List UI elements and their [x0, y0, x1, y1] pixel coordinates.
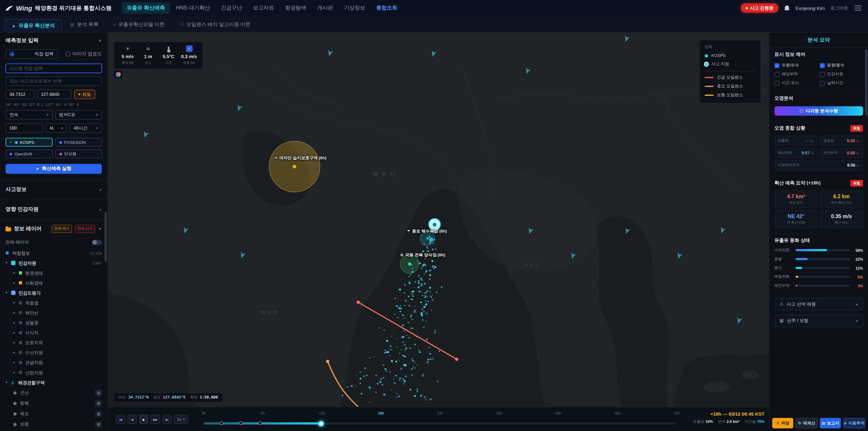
display-option-6[interactable]: 날짜시간 [820, 80, 863, 86]
region-map-button[interactable]: ▦ [95, 410, 102, 417]
region-map-button[interactable]: ▦ [95, 421, 102, 427]
display-option-2[interactable]: ✓풍향/풍속 [820, 63, 863, 68]
map-canvas[interactable]: 여수시 화양면 우두리 ♒ 여자만 습지보호구역 (6h) ☂ 종포 해수욕장 … [108, 33, 769, 407]
tab-2[interactable]: ▤분석 목록 [64, 17, 105, 32]
timeline-tick-48h[interactable]: 48h [555, 411, 561, 415]
layer-subrow[interactable]: ▸서식지 [0, 328, 107, 338]
timeline-tick-12h[interactable]: 12h [319, 411, 325, 415]
beach-label[interactable]: ☂ 종포 해수욕장 (6h) [407, 228, 447, 234]
tab-3[interactable]: ≈유출유확산모델 이론 [107, 17, 171, 32]
timeline-event-marker[interactable] [258, 421, 262, 425]
layers-all-off-button[interactable]: 전체 끄기 [75, 225, 95, 233]
report-button[interactable]: ▤보고서 [820, 418, 841, 429]
layer-subrow[interactable]: ▸보호지역 [0, 338, 107, 348]
display-option-1[interactable]: ✓유향/유속 [774, 63, 817, 68]
pick-on-map-button[interactable]: ⌖ 지도 [74, 90, 95, 99]
layer-subrow[interactable]: 부산▦ [0, 429, 107, 431]
region-map-button[interactable]: ▦ [95, 390, 102, 396]
impact-resources-section[interactable]: 영향 민감자원 ▸ [0, 199, 107, 219]
layer-subrow[interactable]: ▸계절별 [0, 298, 107, 308]
spill-type-select[interactable]: 연속 ▾ [5, 110, 52, 120]
layer-row-2[interactable]: ▾민감자원3,947 [0, 258, 107, 268]
nav-item-6[interactable]: 게시판 [312, 2, 338, 14]
anchor-icon: ⚓ [11, 380, 15, 385]
timeline-event-marker[interactable] [219, 421, 223, 425]
wetland-label[interactable]: ♒ 여자만 습지보호구역 (6h) [274, 155, 327, 161]
oil-type-select[interactable]: 벙커C유 ▾ [55, 110, 102, 120]
timeline-track[interactable] [204, 423, 676, 425]
display-option-4[interactable]: 민감자원 [820, 71, 863, 77]
menu-hamburger-icon[interactable] [854, 4, 862, 12]
radio-image-upload[interactable]: 이미지 업로드 [65, 51, 102, 57]
panel-scrollbar[interactable] [865, 49, 868, 116]
display-option-5[interactable]: 시간 표시 [774, 80, 817, 86]
layer-subrow[interactable]: ▸사회경제 [0, 278, 107, 288]
unit-select[interactable]: kL ▾ [46, 123, 67, 133]
nav-item-8[interactable]: 통합조회 [371, 2, 402, 14]
accident-list-input[interactable] [5, 76, 102, 86]
display-option-3[interactable]: 예상부착 [774, 71, 817, 77]
sidebar-scrollbar[interactable] [105, 212, 107, 262]
timeline-tick-72h[interactable]: 72h [673, 411, 680, 415]
prediction-input-header[interactable]: 예측정보 입력 ▼ [5, 37, 102, 44]
tab-1[interactable]: ▲유출유 확산분석 [4, 19, 62, 32]
owner-insurance-section[interactable]: ▦ 선주 / 보험 ▸ [774, 314, 863, 327]
timeline-tick-24h[interactable]: 24h [437, 411, 443, 415]
nav-item-1[interactable]: 유출유 확산예측 [122, 2, 170, 14]
layer-row-1[interactable]: 어장정보17,129 [0, 248, 107, 258]
timeline-tick-6h[interactable]: 6h [261, 411, 265, 415]
layer-subrow[interactable]: 동해▦ [0, 398, 107, 409]
layer-subrow[interactable]: ▸해안선 [0, 308, 107, 318]
radio-direct-input[interactable]: 직접 입력 [5, 49, 57, 59]
layer-subrow[interactable]: ▸수산자원 [0, 348, 107, 358]
duration-select[interactable]: 48시간 ▾ [70, 123, 102, 133]
nav-item-3[interactable]: 긴급구난 [216, 2, 247, 14]
layer-row-4[interactable]: ▾⚓해경관할구역 [0, 377, 107, 388]
model-chip-opendrift[interactable]: OpenDrift [5, 149, 52, 158]
region-map-button[interactable]: ▦ [95, 400, 102, 406]
map-graphics [108, 33, 769, 407]
layer-subrow[interactable]: ▸관광자원 [0, 358, 107, 368]
accident-info-section[interactable]: 사고정보 ▸ [0, 179, 107, 199]
layer-subrow[interactable]: 군산▦ [0, 388, 107, 398]
timeline-tick-36h[interactable]: 36h [496, 411, 502, 415]
layer-subrow[interactable]: 목포▦ [0, 408, 107, 419]
tracking-button[interactable]: ◈이동추적 [843, 418, 865, 429]
save-button[interactable]: ⇩저장 [772, 418, 793, 429]
timeline-tick-0h[interactable]: 0h [202, 411, 206, 415]
timeline-tick-60h[interactable]: 60h [614, 411, 620, 415]
layers-all-on-button[interactable]: 전체 켜기 [52, 225, 72, 233]
latitude-input[interactable] [5, 90, 34, 99]
nav-item-2[interactable]: HNS·대기확산 [171, 2, 215, 14]
model-chip-kosps[interactable]: ✓KOSPS [5, 138, 52, 147]
all-layers-toggle[interactable] [92, 239, 102, 245]
run-prediction-button[interactable]: ➤ 확산예측 실행 [5, 164, 102, 174]
tab-4[interactable]: ⓘ오일펜스 배치 알고리즘 이론 [173, 17, 257, 32]
timeline-thumb[interactable] [318, 420, 324, 427]
nav-item-7[interactable]: 기상정보 [339, 2, 370, 14]
nav-item-5[interactable]: 항공탐색 [280, 2, 311, 14]
timeline-event-marker[interactable] [239, 421, 243, 425]
longitude-input[interactable] [37, 90, 71, 99]
recalculate-button[interactable]: ↻재계산 [796, 418, 817, 429]
vessel-spec-section[interactable]: ⚓ 사고 선박 제원 ▸ [774, 298, 863, 311]
layer-subrow[interactable]: ▸산업자원 [0, 368, 107, 377]
incident-status-badge[interactable]: 사고 진행중 [741, 3, 778, 13]
layer-subrow[interactable]: 보령▦ [0, 419, 107, 430]
app-logo[interactable]: Wing 해양환경 위기대응 통합시스템 [5, 4, 112, 12]
accident-name-input[interactable] [5, 64, 102, 73]
aquafarm-label[interactable]: ✿ 국동 전복 양식장 (6h) [400, 252, 445, 258]
logout-button[interactable]: 로그아웃 [830, 5, 848, 11]
sublayer-icon [19, 321, 22, 324]
polygon-analysis-button[interactable]: ⬠ 다각형 분석수행 [774, 106, 863, 116]
model-chip-poseidon[interactable]: POSEIDON [55, 138, 102, 147]
amount-input[interactable] [5, 123, 43, 133]
timeline-tick-18h[interactable]: 18h [378, 411, 384, 415]
notifications-bell-icon[interactable] [784, 5, 790, 11]
model-chip-앙상블[interactable]: 앙상블 [55, 149, 102, 158]
map-style-button[interactable] [114, 70, 123, 79]
layer-subrow[interactable]: ▸생물종 [0, 318, 107, 328]
layer-row-3[interactable]: ▾민감도평가 [0, 288, 107, 298]
layer-subrow[interactable]: ▸환경생태 [0, 268, 107, 278]
nav-item-4[interactable]: 보고자료 [248, 2, 279, 14]
